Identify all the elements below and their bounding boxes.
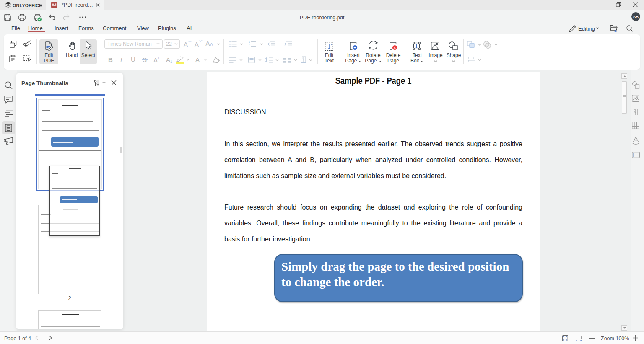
svg-text:2: 2 xyxy=(249,43,250,46)
